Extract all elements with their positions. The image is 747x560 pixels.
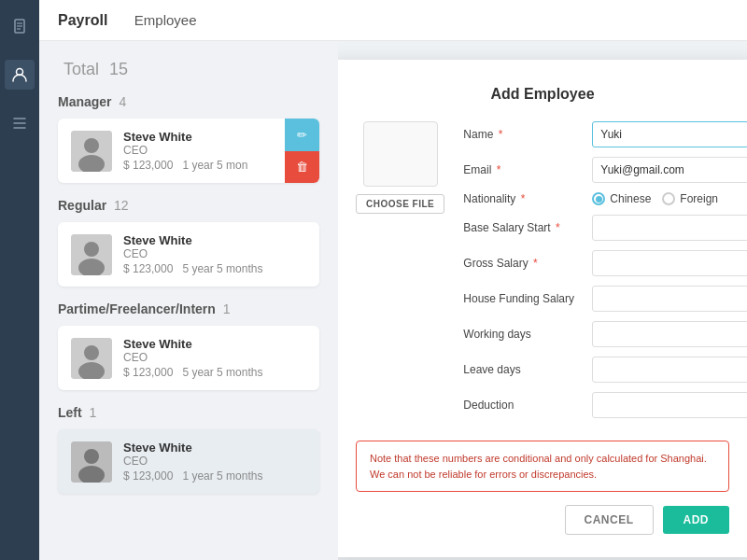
avatar xyxy=(71,441,112,483)
chinese-label: Chinese xyxy=(610,192,651,205)
nationality-radio-group: Chinese Foreign xyxy=(592,192,747,205)
avatar xyxy=(71,338,112,379)
modal-title: Add Employee xyxy=(356,86,729,103)
manager-section: Manager 4 Steve White CEO $ xyxy=(58,94,319,183)
fields-section: Name * Email * Nationality * xyxy=(463,121,747,427)
house-funding-row: House Funding Salary xyxy=(463,286,747,312)
email-label: Email * xyxy=(463,163,585,176)
table-row: Steve White CEO $ 123,000 5 year 5 month… xyxy=(58,326,319,390)
note-box: Note that these numbers are conditional … xyxy=(356,441,729,492)
employee-salary: $ 123,000 xyxy=(123,159,173,172)
people-icon[interactable] xyxy=(5,60,35,90)
sidebar xyxy=(0,0,39,560)
payroll-link[interactable]: Payroll xyxy=(58,12,107,29)
chinese-radio[interactable] xyxy=(592,192,605,205)
svg-point-18 xyxy=(84,449,99,464)
content-area: Total 15 Manager 4 xyxy=(39,41,747,560)
file-section: CHOOSE FILE xyxy=(356,121,444,427)
email-row: Email * xyxy=(463,157,747,183)
left-heading: Left 1 xyxy=(58,405,319,420)
delete-button[interactable]: 🗑 xyxy=(285,151,319,184)
employee-details: $ 123,000 5 year 5 months xyxy=(123,366,306,379)
svg-point-15 xyxy=(84,345,99,360)
partime-count: 1 xyxy=(223,301,231,316)
house-funding-input[interactable] xyxy=(592,286,747,312)
nationality-row: Nationality * Chinese Foreign xyxy=(463,192,747,205)
name-input[interactable] xyxy=(592,121,747,147)
total-count: 15 xyxy=(109,60,128,78)
house-funding-label: House Funding Salary xyxy=(463,292,585,305)
chinese-option[interactable]: Chinese xyxy=(592,192,651,205)
card-actions: ✏ 🗑 xyxy=(285,119,319,183)
base-salary-label: Base Salary Start * xyxy=(463,221,585,234)
cancel-button[interactable]: CANCEL xyxy=(565,505,654,535)
left-panel: Total 15 Manager 4 xyxy=(39,41,338,560)
employee-name: Steve White xyxy=(123,233,306,247)
total-heading: Total 15 xyxy=(58,60,319,79)
base-salary-required: * xyxy=(556,221,560,234)
foreign-option[interactable]: Foreign xyxy=(662,192,718,205)
topbar: Payroll Employee xyxy=(39,0,747,41)
name-required: * xyxy=(499,128,503,141)
name-row: Name * xyxy=(463,121,747,147)
add-employee-modal: Add Employee CHOOSE FILE Name * xyxy=(338,60,747,557)
table-row: Steve White CEO $ 123,000 5 year 5 month… xyxy=(58,222,319,287)
name-label: Name * xyxy=(463,128,585,141)
employee-role: CEO xyxy=(123,455,306,468)
employee-role: CEO xyxy=(123,144,263,157)
manager-count: 4 xyxy=(119,94,126,109)
employee-tab[interactable]: Employee xyxy=(134,12,197,28)
menu-icon[interactable] xyxy=(5,108,35,138)
svg-point-9 xyxy=(84,138,99,153)
avatar xyxy=(71,131,112,172)
regular-heading: Regular 12 xyxy=(58,198,319,213)
employee-details: $ 123,000 1 year 5 months xyxy=(123,469,306,483)
employee-info: Steve White CEO $ 123,000 1 year 5 month… xyxy=(123,441,306,483)
deduction-input[interactable] xyxy=(592,392,747,418)
form-body: CHOOSE FILE Name * Email * xyxy=(356,121,729,427)
employee-info: Steve White CEO $ 123,000 1 year 5 mon xyxy=(123,130,263,172)
left-count: 1 xyxy=(90,405,97,420)
topbar-divider xyxy=(119,12,122,29)
foreign-label: Foreign xyxy=(680,192,718,205)
add-button[interactable]: ADD xyxy=(663,506,730,534)
employee-tenure: 1 year 5 mon xyxy=(182,159,247,172)
working-days-row: Working days xyxy=(463,321,747,347)
edit-button[interactable]: ✏ xyxy=(285,119,319,151)
base-salary-row: Base Salary Start * xyxy=(463,215,747,241)
table-row: Steve White CEO $ 123,000 1 year 5 mon ✏… xyxy=(58,119,319,183)
partime-heading: Partime/Freelancer/Intern 1 xyxy=(58,301,319,316)
avatar xyxy=(71,234,112,275)
email-input[interactable] xyxy=(592,157,747,183)
gross-salary-required: * xyxy=(533,257,538,270)
employee-name: Steve White xyxy=(123,441,306,455)
working-days-input[interactable] xyxy=(592,321,747,347)
leave-days-input[interactable] xyxy=(592,357,747,383)
choose-file-button[interactable]: CHOOSE FILE xyxy=(356,194,444,214)
gross-salary-input[interactable] xyxy=(592,250,747,276)
foreign-radio[interactable] xyxy=(662,192,675,205)
employee-name: Steve White xyxy=(123,130,263,144)
svg-point-12 xyxy=(84,242,99,257)
table-row: Steve White CEO $ 123,000 1 year 5 month… xyxy=(58,429,319,494)
main-content: Payroll Employee Total 15 Manager 4 xyxy=(39,0,747,560)
modal-footer: CANCEL ADD xyxy=(356,505,729,535)
total-label: Total xyxy=(63,60,99,78)
employee-salary: $ 123,000 xyxy=(123,262,173,275)
regular-section: Regular 12 Steve White CEO xyxy=(58,198,319,287)
nationality-required: * xyxy=(521,192,526,205)
gross-salary-row: Gross Salary * xyxy=(463,250,747,276)
email-required: * xyxy=(497,163,501,176)
employee-tenure: 1 year 5 months xyxy=(182,469,262,483)
leave-days-row: Leave days xyxy=(463,357,747,383)
document-icon[interactable] xyxy=(5,11,35,41)
base-salary-input[interactable] xyxy=(592,215,747,241)
employee-info: Steve White CEO $ 123,000 5 year 5 month… xyxy=(123,337,306,379)
file-preview xyxy=(363,121,438,187)
modal-overlay: Add Employee CHOOSE FILE Name * xyxy=(338,41,747,560)
gross-salary-label: Gross Salary * xyxy=(463,257,585,270)
regular-count: 12 xyxy=(114,198,129,213)
partime-section: Partime/Freelancer/Intern 1 Steve White … xyxy=(58,301,319,390)
nationality-label: Nationality * xyxy=(463,192,585,205)
employee-info: Steve White CEO $ 123,000 5 year 5 month… xyxy=(123,233,306,275)
